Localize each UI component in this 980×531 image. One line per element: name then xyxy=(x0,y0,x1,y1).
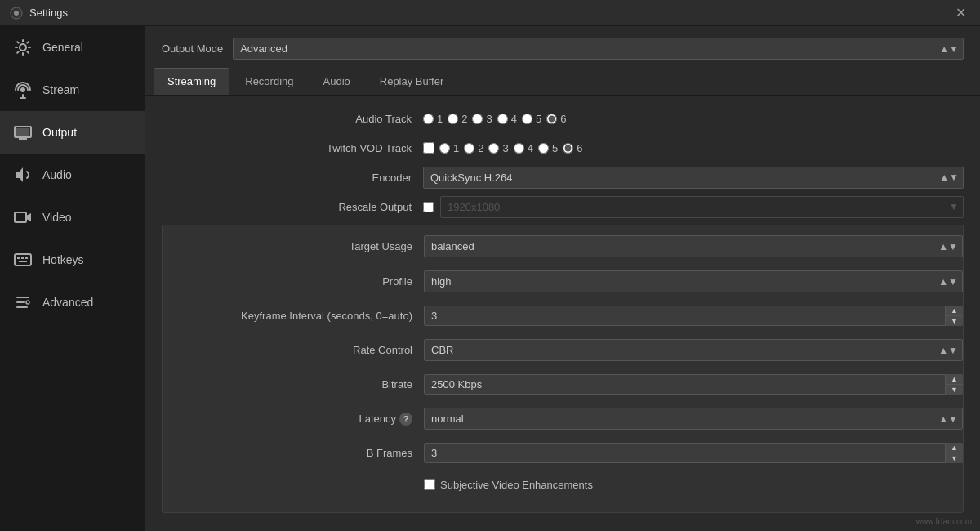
audio-icon xyxy=(13,165,33,185)
keyframe-decrement-button[interactable]: ▼ xyxy=(945,316,963,326)
sidebar-item-hotkeys[interactable]: Hotkeys xyxy=(0,239,145,281)
svg-rect-7 xyxy=(19,138,27,140)
bframes-spinner: ▲ ▼ xyxy=(424,443,963,463)
sidebar-item-general[interactable]: General xyxy=(0,26,145,69)
twitch-vod-label: Twitch VOD Track xyxy=(162,142,423,154)
tab-recording[interactable]: Recording xyxy=(231,68,307,95)
audio-track-radio-6[interactable] xyxy=(546,114,557,124)
audio-track-label-6: 6 xyxy=(560,113,566,125)
audio-track-label-4: 4 xyxy=(511,113,517,125)
audio-track-label-2: 2 xyxy=(461,113,467,125)
subjective-video-controls: Subjective Video Enhancements xyxy=(424,479,963,491)
twitch-vod-radio-5[interactable] xyxy=(538,143,549,154)
bframes-decrement-button[interactable]: ▼ xyxy=(945,453,963,463)
output-mode-select[interactable]: Simple Advanced xyxy=(233,38,964,60)
rescale-output-controls: 1920x1080 ▼ xyxy=(423,196,964,218)
twitch-vod-label-3: 3 xyxy=(502,142,508,154)
latency-label-wrapper: Latency ? xyxy=(163,413,424,426)
profile-select[interactable]: baseline main high xyxy=(424,270,963,292)
audio-track-label-3: 3 xyxy=(486,113,492,125)
audio-track-label-5: 5 xyxy=(536,113,541,125)
audio-track-radio-1[interactable] xyxy=(423,114,434,124)
bitrate-row: Bitrate ▲ ▼ xyxy=(163,371,963,398)
bitrate-input[interactable] xyxy=(424,374,963,395)
stream-icon xyxy=(13,80,33,100)
rate-control-label: Rate Control xyxy=(163,344,424,356)
twitch-vod-label-4: 4 xyxy=(528,142,533,154)
sidebar-item-output[interactable]: Output xyxy=(0,111,145,154)
tabs-bar: Streaming Recording Audio Replay Buffer xyxy=(145,68,980,96)
subjective-video-checkbox[interactable] xyxy=(424,479,435,490)
rescale-resolution-select: 1920x1080 xyxy=(440,196,964,218)
target-usage-select[interactable]: balanced quality speed xyxy=(424,235,963,257)
output-mode-select-wrapper: Simple Advanced ▲▼ xyxy=(233,38,964,60)
audio-track-radio-2[interactable] xyxy=(448,114,458,124)
latency-row: Latency ? low normal ultra-low ▲▼ xyxy=(163,404,963,433)
target-usage-row: Target Usage balanced quality speed ▲▼ xyxy=(163,235,963,261)
main-layout: General Stream xyxy=(0,26,980,531)
target-usage-label: Target Usage xyxy=(163,240,424,252)
twitch-vod-label-2: 2 xyxy=(478,142,483,154)
sidebar: General Stream xyxy=(0,26,145,531)
twitch-vod-checkbox[interactable] xyxy=(423,142,434,154)
rate-control-select-wrapper: CBR VBR CQP ▲▼ xyxy=(424,339,963,361)
keyframe-spinner-buttons: ▲ ▼ xyxy=(945,306,963,326)
sidebar-item-stream[interactable]: Stream xyxy=(0,69,145,111)
twitch-vod-2: 2 xyxy=(464,142,483,154)
keyframe-input[interactable] xyxy=(424,306,963,326)
bitrate-increment-button[interactable]: ▲ xyxy=(945,374,963,385)
sidebar-item-advanced[interactable]: Advanced xyxy=(0,281,145,324)
tab-streaming[interactable]: Streaming xyxy=(154,68,229,95)
sidebar-label-output: Output xyxy=(42,126,77,139)
latency-select[interactable]: low normal ultra-low xyxy=(424,408,963,430)
sidebar-item-video[interactable]: Video xyxy=(0,196,145,239)
twitch-vod-radio-3[interactable] xyxy=(488,143,499,154)
encoder-select[interactable]: QuickSync H.264 xyxy=(423,167,964,189)
twitch-vod-checkbox-wrapper xyxy=(423,142,434,154)
twitch-vod-4: 4 xyxy=(514,142,533,154)
bframes-increment-button[interactable]: ▲ xyxy=(945,443,963,453)
twitch-vod-label-6: 6 xyxy=(577,142,582,154)
rescale-output-label: Rescale Output xyxy=(162,201,423,213)
audio-track-row: Audio Track 1 2 3 xyxy=(162,107,964,130)
audio-track-radio-5[interactable] xyxy=(522,114,532,124)
audio-track-radio-4[interactable] xyxy=(497,114,508,124)
keyframe-label: Keyframe Interval (seconds, 0=auto) xyxy=(163,310,424,322)
audio-track-label: Audio Track xyxy=(162,113,423,125)
bitrate-decrement-button[interactable]: ▼ xyxy=(945,385,963,395)
rescale-output-checkbox[interactable] xyxy=(423,202,434,212)
twitch-vod-label-1: 1 xyxy=(453,142,459,154)
svg-rect-11 xyxy=(17,257,20,259)
subjective-video-label: Subjective Video Enhancements xyxy=(440,479,593,491)
audio-track-radio-3[interactable] xyxy=(472,114,483,124)
twitch-vod-6: 6 xyxy=(563,142,582,154)
bframes-input[interactable] xyxy=(424,443,963,463)
profile-row: Profile baseline main high ▲▼ xyxy=(163,267,963,296)
svg-rect-8 xyxy=(16,128,29,136)
rate-control-select[interactable]: CBR VBR CQP xyxy=(424,339,963,361)
svg-rect-14 xyxy=(19,261,27,262)
twitch-vod-1: 1 xyxy=(439,142,459,154)
output-icon xyxy=(13,123,33,142)
sidebar-label-stream: Stream xyxy=(42,83,79,96)
keyframe-spinner: ▲ ▼ xyxy=(424,306,963,326)
sidebar-item-audio[interactable]: Audio xyxy=(0,154,145,196)
svg-rect-13 xyxy=(25,257,28,259)
keyframe-increment-button[interactable]: ▲ xyxy=(945,306,963,316)
tab-audio[interactable]: Audio xyxy=(310,68,364,95)
close-button[interactable]: ✕ xyxy=(951,3,970,23)
keyframe-row: Keyframe Interval (seconds, 0=auto) ▲ ▼ xyxy=(163,302,963,329)
latency-select-wrapper: low normal ultra-low ▲▼ xyxy=(424,408,963,430)
titlebar: Settings ✕ xyxy=(0,0,980,26)
twitch-vod-row: Twitch VOD Track 1 2 3 xyxy=(162,136,964,159)
twitch-vod-radio-6[interactable] xyxy=(563,143,573,154)
twitch-vod-radio-2[interactable] xyxy=(464,143,474,154)
twitch-vod-radio-1[interactable] xyxy=(439,143,450,154)
audio-track-3: 3 xyxy=(472,113,492,125)
twitch-vod-radio-4[interactable] xyxy=(514,143,524,154)
svg-point-1 xyxy=(14,11,19,16)
tab-replay-buffer[interactable]: Replay Buffer xyxy=(366,68,458,95)
bframes-label: B Frames xyxy=(163,447,424,459)
latency-label: Latency xyxy=(359,413,396,425)
audio-track-5: 5 xyxy=(522,113,541,125)
